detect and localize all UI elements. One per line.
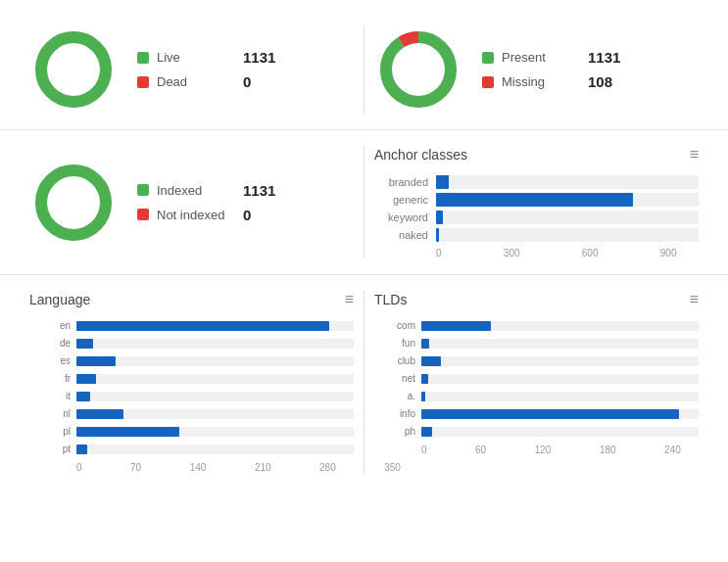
row-2: Indexed 1131 Not indexed 0 Anchor classe… bbox=[0, 130, 728, 275]
panel-present-missing: Present 1131 Missing 108 bbox=[364, 25, 708, 114]
missing-value: 108 bbox=[588, 73, 612, 90]
live-label: Live bbox=[157, 50, 235, 65]
legend-item-not-indexed: Not indexed 0 bbox=[137, 207, 275, 223]
tld-label-net: net bbox=[374, 373, 415, 384]
lang-label-en: en bbox=[29, 320, 71, 331]
lang-track-nl bbox=[76, 409, 354, 419]
lang-label-it: it bbox=[29, 391, 71, 401]
tld-track-com bbox=[421, 321, 699, 331]
legend-item-indexed: Indexed 1131 bbox=[137, 182, 275, 199]
lang-bar-nl: nl bbox=[29, 408, 354, 419]
tld-label-club: club bbox=[374, 355, 415, 366]
lang-fill-pt bbox=[76, 445, 87, 454]
tld-bar-ph: ph bbox=[374, 426, 699, 437]
lang-track-it bbox=[76, 392, 354, 401]
language-title: Language bbox=[29, 292, 90, 307]
donut-indexed bbox=[29, 159, 118, 247]
panel-anchor-classes: Anchor classes ≡ branded generic bbox=[364, 146, 708, 258]
not-indexed-dot bbox=[137, 209, 149, 220]
svg-point-6 bbox=[41, 170, 106, 235]
legend-item-dead: Dead 0 bbox=[137, 73, 275, 90]
lang-label-es: es bbox=[29, 355, 71, 366]
tld-fill-fun bbox=[421, 339, 429, 349]
dead-label: Dead bbox=[157, 74, 235, 89]
lang-bar-en: en bbox=[29, 320, 354, 331]
tld-track-fun bbox=[421, 339, 699, 349]
lang-fill-nl bbox=[76, 409, 123, 419]
not-indexed-value: 0 bbox=[243, 207, 251, 223]
lang-track-pt bbox=[76, 445, 354, 454]
legend-item-present: Present 1131 bbox=[482, 49, 620, 66]
lang-bar-fr: fr bbox=[29, 373, 354, 384]
panel-live-dead: Live 1131 Dead 0 bbox=[20, 25, 364, 114]
lang-fill-de bbox=[76, 339, 93, 349]
tld-track-club bbox=[421, 356, 699, 366]
panel-tlds: TLDs ≡ com fun club bbox=[364, 291, 708, 473]
tld-track-net bbox=[421, 374, 699, 384]
missing-dot bbox=[482, 76, 494, 88]
legend-item-live: Live 1131 bbox=[137, 49, 275, 66]
tld-axis-0: 0 bbox=[421, 445, 427, 455]
dead-value: 0 bbox=[243, 73, 251, 90]
lang-label-pl: pl bbox=[29, 426, 71, 437]
lang-axis-70: 70 bbox=[130, 462, 141, 473]
live-value: 1131 bbox=[243, 49, 275, 66]
row-1: Live 1131 Dead 0 bbox=[0, 10, 728, 130]
live-dot bbox=[137, 52, 149, 64]
lang-label-de: de bbox=[29, 338, 71, 349]
axis-300: 300 bbox=[504, 248, 520, 258]
tld-track-a bbox=[421, 392, 699, 401]
tld-fill-ph bbox=[421, 427, 432, 437]
bar-label-branded: branded bbox=[374, 176, 428, 188]
row-3: Language ≡ en de es bbox=[0, 275, 728, 489]
legend-indexed: Indexed 1131 Not indexed 0 bbox=[137, 182, 275, 223]
bar-label-naked: naked bbox=[374, 229, 428, 241]
present-dot bbox=[482, 52, 494, 64]
lang-fill-fr bbox=[76, 374, 96, 384]
tld-fill-com bbox=[421, 321, 491, 331]
lang-track-es bbox=[76, 356, 354, 366]
anchor-axis: 0 300 600 900 1200 bbox=[436, 248, 728, 258]
indexed-dot bbox=[137, 184, 149, 196]
bar-fill-naked bbox=[436, 228, 439, 242]
tlds-title: TLDs bbox=[374, 292, 407, 307]
bar-row-branded: branded bbox=[374, 175, 699, 189]
present-label: Present bbox=[502, 50, 580, 65]
panel-language: Language ≡ en de es bbox=[20, 291, 364, 473]
tld-axis-60: 60 bbox=[475, 445, 486, 455]
tlds-title-bar: TLDs ≡ bbox=[374, 291, 699, 308]
lang-axis-210: 210 bbox=[255, 462, 271, 473]
svg-point-3 bbox=[386, 37, 451, 102]
bar-row-keyword: keyword bbox=[374, 211, 699, 224]
lang-axis-140: 140 bbox=[190, 462, 207, 473]
lang-fill-es bbox=[76, 356, 116, 366]
lang-track-en bbox=[76, 321, 354, 331]
bar-label-generic: generic bbox=[374, 194, 428, 206]
dashboard: Live 1131 Dead 0 bbox=[0, 0, 728, 498]
bar-track-branded bbox=[436, 175, 699, 189]
present-value: 1131 bbox=[588, 49, 620, 66]
tld-label-fun: fun bbox=[374, 338, 415, 349]
tld-track-info bbox=[421, 409, 699, 419]
language-menu-icon[interactable]: ≡ bbox=[345, 291, 354, 308]
lang-fill-it bbox=[76, 392, 90, 401]
lang-label-fr: fr bbox=[29, 373, 71, 384]
axis-600: 600 bbox=[582, 248, 599, 258]
tld-bar-net: net bbox=[374, 373, 699, 384]
anchor-classes-title: Anchor classes bbox=[374, 147, 467, 163]
tlds-menu-icon[interactable]: ≡ bbox=[690, 291, 699, 308]
legend-live-dead: Live 1131 Dead 0 bbox=[137, 49, 275, 90]
tld-label-info: info bbox=[374, 408, 415, 419]
lang-bar-pl: pl bbox=[29, 426, 354, 437]
legend-item-missing: Missing 108 bbox=[482, 73, 620, 90]
anchor-classes-menu-icon[interactable]: ≡ bbox=[690, 146, 699, 164]
lang-label-nl: nl bbox=[29, 408, 71, 419]
bar-fill-generic bbox=[436, 193, 633, 207]
tld-fill-info bbox=[421, 409, 679, 419]
axis-0: 0 bbox=[436, 248, 442, 258]
anchor-classes-chart: branded generic keyword bbox=[374, 175, 699, 242]
lang-axis-280: 280 bbox=[319, 462, 336, 473]
lang-fill-pl bbox=[76, 427, 179, 437]
missing-label: Missing bbox=[502, 74, 580, 89]
tld-axis-120: 120 bbox=[535, 445, 552, 455]
